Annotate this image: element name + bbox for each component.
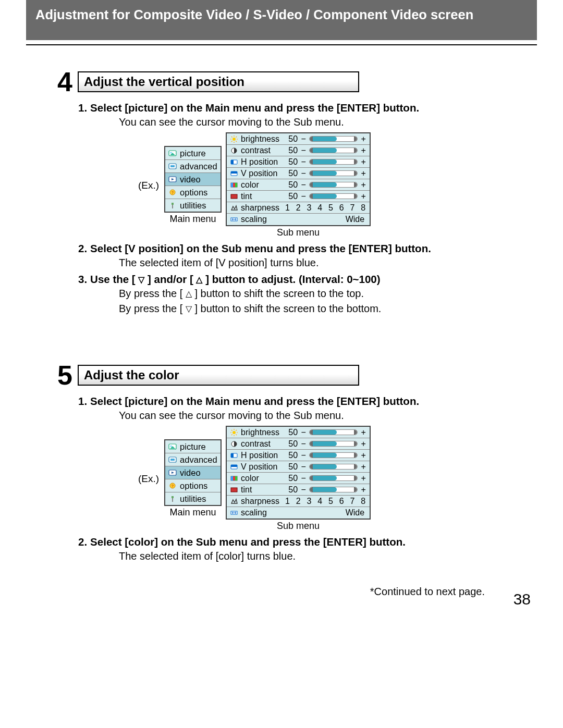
row-value: 50 bbox=[284, 439, 298, 449]
row-label: contrast bbox=[241, 146, 282, 155]
row-value: 50 bbox=[284, 146, 298, 155]
sharpness-scale: 12345678 bbox=[284, 497, 366, 506]
row-label: tint bbox=[241, 485, 282, 495]
s5-step1-num: 1. bbox=[78, 395, 87, 408]
row-label: tint bbox=[241, 192, 282, 201]
main-menu: pictureadvancedvideooptionsutilities bbox=[164, 146, 222, 213]
sub-menu-row-contrast: contrast50−+ bbox=[227, 438, 370, 450]
s4-step3-sub2: By press the [ ▽ ] button to shift the s… bbox=[119, 303, 537, 315]
row-icon bbox=[230, 135, 238, 143]
row-icon bbox=[230, 158, 238, 166]
section-5: 5 Adjust the color 1. Select [picture] o… bbox=[26, 362, 537, 562]
plus-icon: + bbox=[360, 169, 366, 178]
menu-label: video bbox=[180, 468, 200, 478]
menu-icon bbox=[168, 456, 177, 463]
row-icon bbox=[230, 475, 238, 482]
sub-menu-row-color: color50−+ bbox=[227, 473, 370, 484]
main-menu-item-advanced: advanced bbox=[165, 453, 221, 466]
menu-label: advanced bbox=[180, 455, 217, 465]
main-menu-item-video: video bbox=[165, 173, 221, 186]
row-icon bbox=[230, 498, 238, 505]
minus-icon: − bbox=[300, 428, 307, 437]
up-triangle-icon: △ bbox=[186, 289, 192, 299]
row-icon bbox=[230, 486, 238, 493]
minus-icon: − bbox=[300, 192, 307, 201]
row-value: 50 bbox=[284, 169, 298, 178]
sub-menu: brightness50−+contrast50−+H position50−+… bbox=[226, 132, 371, 226]
sub-menu-row-color: color50−+ bbox=[227, 179, 370, 191]
sub-menu-row-brightness: brightness50−+ bbox=[227, 427, 370, 438]
s5-step2: 2. Select [color] on the Sub menu and pr… bbox=[78, 536, 537, 548]
menu-label: advanced bbox=[180, 162, 217, 171]
s4-step2-num: 2. bbox=[78, 242, 87, 255]
slider-bar bbox=[309, 475, 358, 481]
row-label: brightness bbox=[241, 134, 282, 144]
plus-icon: + bbox=[360, 462, 366, 472]
main-menu-caption: Main menu bbox=[170, 214, 216, 225]
plus-icon: + bbox=[360, 474, 366, 483]
menu-icon bbox=[168, 443, 177, 450]
s5-step2-num: 2. bbox=[78, 536, 87, 548]
row-value: 50 bbox=[284, 428, 298, 437]
row-icon bbox=[230, 170, 238, 177]
row-label: H position bbox=[241, 451, 282, 460]
row-label: V position bbox=[241, 169, 282, 178]
s4-step3: 3. Use the [ ▽ ] and/or [ △ ] button to … bbox=[78, 273, 537, 286]
row-label: sharpness bbox=[241, 203, 282, 213]
sub-menu-row-scaling: scalingWide bbox=[227, 507, 370, 519]
menu-icon bbox=[168, 469, 177, 476]
s4-step3-text: Use the [ ▽ ] and/or [ △ ] button to adj… bbox=[90, 273, 381, 286]
row-icon bbox=[230, 452, 238, 459]
down-triangle-icon: ▽ bbox=[186, 304, 192, 314]
menu-icon bbox=[168, 495, 177, 502]
menu-label: options bbox=[180, 188, 207, 198]
minus-icon: − bbox=[300, 157, 307, 167]
s4-step2-sub: The selected item of [V position] turns … bbox=[119, 257, 537, 269]
main-menu-item-video: video bbox=[165, 466, 221, 479]
menu-label: utilities bbox=[180, 494, 206, 504]
menu-label: video bbox=[180, 175, 200, 184]
scaling-value: Wide bbox=[284, 215, 366, 224]
sub-menu: brightness50−+contrast50−+H position50−+… bbox=[226, 426, 371, 520]
minus-icon: − bbox=[300, 180, 307, 190]
minus-icon: − bbox=[300, 451, 307, 460]
row-icon bbox=[230, 463, 238, 471]
sub-menu-row-tint: tint50−+ bbox=[227, 191, 370, 202]
row-value: 50 bbox=[284, 474, 298, 483]
plus-icon: + bbox=[360, 192, 366, 201]
slider-bar bbox=[309, 452, 358, 458]
slider-bar bbox=[309, 182, 358, 188]
sub-menu-row-scaling: scalingWide bbox=[227, 214, 370, 225]
s4-step1: 1. Select [picture] on the Main menu and… bbox=[78, 102, 537, 114]
row-value: 50 bbox=[284, 157, 298, 167]
menu-icon bbox=[168, 482, 177, 489]
header-rule bbox=[26, 44, 537, 45]
step-title-5: Adjust the color bbox=[78, 365, 359, 386]
menu-icon bbox=[168, 202, 177, 209]
minus-icon: − bbox=[300, 134, 307, 144]
row-value: 50 bbox=[284, 485, 298, 495]
sub-menu-row-tint: tint50−+ bbox=[227, 484, 370, 496]
main-menu-item-advanced: advanced bbox=[165, 160, 221, 173]
row-icon bbox=[230, 216, 238, 223]
row-label: color bbox=[241, 180, 282, 190]
plus-icon: + bbox=[360, 134, 366, 144]
row-icon bbox=[230, 193, 238, 200]
plus-icon: + bbox=[360, 146, 366, 155]
row-icon bbox=[230, 509, 238, 516]
ex-label: (Ex.) bbox=[138, 180, 159, 191]
sharpness-scale: 12345678 bbox=[284, 203, 366, 213]
row-value: 50 bbox=[284, 451, 298, 460]
slider-bar bbox=[309, 170, 358, 176]
row-value: 50 bbox=[284, 180, 298, 190]
row-label: scaling bbox=[241, 508, 282, 517]
slider-bar bbox=[309, 487, 358, 492]
menu-label: picture bbox=[180, 442, 206, 452]
row-icon bbox=[230, 429, 238, 436]
minus-icon: − bbox=[300, 474, 307, 483]
row-value: 50 bbox=[284, 192, 298, 201]
sub-menu-row-sharpness: sharpness12345678 bbox=[227, 202, 370, 214]
menu-icon bbox=[168, 176, 177, 183]
page-number: 38 bbox=[513, 590, 531, 608]
main-menu-item-options: options bbox=[165, 186, 221, 199]
